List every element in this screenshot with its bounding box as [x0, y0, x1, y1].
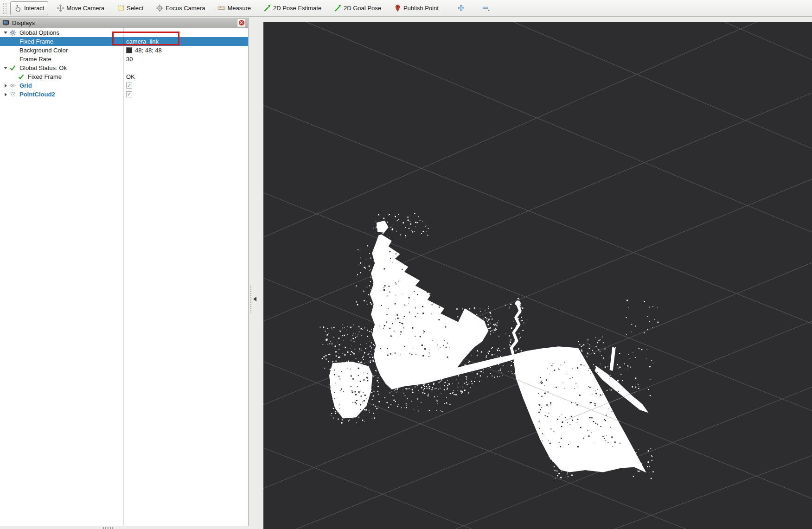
tool-2d-pose-estimate[interactable]: 2D Pose Estimate [259, 1, 326, 15]
close-icon: ✕ [239, 20, 244, 25]
property-name-cell: Grid [0, 81, 123, 90]
property-name-cell: Fixed Frame [0, 72, 123, 81]
tree-row-background-color[interactable]: Background Color48; 48; 48 [0, 46, 248, 55]
tree-row-grid[interactable]: Grid✓ [0, 81, 248, 90]
property-label: Frame Rate [19, 56, 51, 63]
expander-down-icon[interactable] [4, 32, 7, 34]
green-arrow-icon [263, 4, 271, 12]
property-value-text: 48; 48; 48 [135, 47, 162, 54]
ruler-icon [217, 4, 225, 12]
property-value-text: 30 [126, 56, 133, 63]
tool-label: 2D Goal Pose [344, 5, 381, 12]
expander-right-icon[interactable] [5, 84, 7, 88]
property-name-cell: Background Color [0, 46, 123, 55]
property-name-cell: Frame Rate [0, 55, 123, 64]
tree-row-global-options[interactable]: Global Options [0, 28, 248, 37]
tool-label: 2D Pose Estimate [273, 5, 321, 12]
displays-tree: Global OptionsFixed Framecamera_linkBack… [0, 28, 248, 99]
tool-measure[interactable]: Measure [213, 1, 255, 15]
property-label: Grid [19, 82, 32, 89]
tool-label: Publish Point [403, 5, 439, 12]
monitor-icon [2, 19, 9, 26]
tool-label: Measure [227, 5, 251, 12]
tree-row-pointcloud2[interactable]: PointCloud2✓ [0, 90, 248, 99]
grid-diamond-icon [9, 82, 19, 89]
property-value-cell[interactable]: 48; 48; 48 [123, 46, 248, 55]
gear-icon [9, 29, 19, 36]
property-label: Fixed Frame [28, 73, 62, 80]
tool-add-tool-plus[interactable] [454, 1, 468, 15]
toolbar: InteractMove CameraSelectFocus CameraMea… [0, 0, 812, 17]
pointcloud-dots-icon [9, 91, 19, 98]
rviz-window: InteractMove CameraSelectFocus CameraMea… [0, 0, 812, 529]
tree-column-divider[interactable] [123, 28, 124, 526]
hand-cursor-icon [14, 4, 22, 12]
displays-panel-header[interactable]: Displays ✕ [0, 18, 248, 28]
scene-background [263, 22, 812, 529]
tool-select[interactable]: Select [113, 1, 147, 15]
property-label: Global Options [19, 29, 59, 36]
property-value-cell[interactable]: camera_link [123, 37, 248, 46]
panel-splitter-handle[interactable] [250, 286, 253, 312]
property-value-cell[interactable]: ✓ [123, 81, 248, 90]
property-name-cell: Fixed Frame [0, 37, 123, 46]
check-green-icon [9, 64, 19, 71]
close-panel-button[interactable]: ✕ [237, 19, 246, 27]
displays-panel: Displays ✕ Global OptionsFixed Framecame… [0, 18, 249, 526]
property-value-cell[interactable]: OK [123, 72, 248, 81]
property-label: Fixed Frame [19, 38, 53, 45]
add-tool-plus-icon [457, 4, 465, 12]
tool-2d-goal-pose[interactable]: 2D Goal Pose [330, 1, 385, 15]
property-value-text: OK [126, 73, 135, 80]
tool-move-camera[interactable]: Move Camera [52, 1, 109, 15]
property-value-cell[interactable]: 30 [123, 55, 248, 64]
tree-row-fixed-frame[interactable]: Fixed FrameOK [0, 72, 248, 81]
property-name-cell: Global Options [0, 28, 123, 37]
property-label: Global Status: Ok [19, 64, 67, 71]
expander-right-icon[interactable] [5, 93, 7, 96]
3d-viewport[interactable] [263, 22, 812, 529]
property-name-cell: Global Status: Ok [0, 64, 123, 72]
property-label: Background Color [19, 47, 68, 54]
move-arrows-icon [57, 4, 64, 12]
property-value-cell[interactable] [123, 64, 248, 72]
enabled-checkbox[interactable]: ✓ [126, 91, 132, 97]
property-name-cell: PointCloud2 [0, 90, 123, 99]
panel-bottom-resize-handle[interactable] [103, 527, 114, 529]
tool-focus-camera[interactable]: Focus Camera [152, 1, 209, 15]
crosshair-icon [156, 4, 164, 12]
remove-tool-minus-icon [482, 4, 490, 12]
tool-interact[interactable]: Interact [10, 1, 48, 15]
enabled-checkbox[interactable]: ✓ [126, 83, 132, 89]
panel-collapse-arrow-icon[interactable] [253, 297, 256, 301]
panel-title: Displays [12, 19, 237, 26]
color-swatch[interactable] [126, 47, 132, 53]
property-value-cell[interactable]: ✓ [123, 90, 248, 99]
tool-label: Interact [24, 5, 44, 12]
tool-label: Select [127, 5, 143, 12]
property-value-text: camera_link [126, 38, 159, 45]
map-pin-icon [394, 4, 402, 12]
property-label: PointCloud2 [19, 91, 55, 98]
tree-row-global-status-ok[interactable]: Global Status: Ok [0, 64, 248, 72]
green-arrow-icon [334, 4, 342, 12]
selection-box-icon [117, 4, 125, 12]
tree-row-frame-rate[interactable]: Frame Rate30 [0, 55, 248, 64]
tool-publish-point[interactable]: Publish Point [390, 1, 443, 15]
tool-label: Move Camera [66, 5, 104, 12]
property-value-cell[interactable] [123, 28, 248, 37]
check-green-icon [18, 73, 28, 80]
toolbar-drag-handle[interactable] [3, 3, 6, 14]
expander-down-icon[interactable] [4, 67, 7, 69]
tool-remove-tool-minus[interactable] [480, 1, 493, 15]
tool-label: Focus Camera [166, 5, 205, 12]
tree-row-fixed-frame[interactable]: Fixed Framecamera_link [0, 37, 248, 46]
